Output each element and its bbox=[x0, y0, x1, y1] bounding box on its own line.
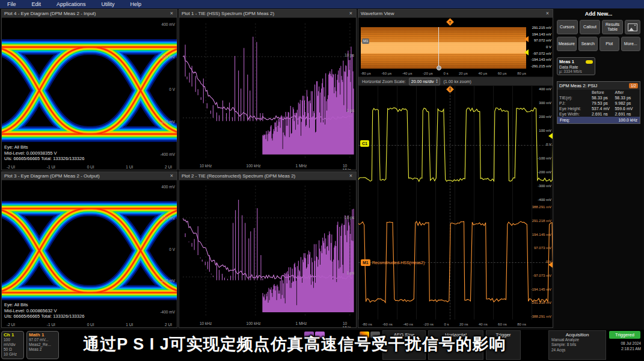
channel1-level-marker-icon[interactable] bbox=[548, 133, 553, 139]
x-tick-label: 0 s bbox=[444, 322, 449, 326]
x-tick-label: 1 UI bbox=[126, 165, 133, 170]
subtitle-caption: 通过P S I J可实现定频点仿真高速信号受干扰信号的影响 bbox=[60, 333, 529, 355]
y-tick-label: 10 ps bbox=[345, 215, 354, 220]
x-tick-label: -2 UI bbox=[7, 323, 15, 327]
add-new-title: Add New... bbox=[554, 9, 643, 20]
x-tick-label: 0 s bbox=[443, 72, 448, 75]
x-tick-label: 100 kHz bbox=[247, 164, 261, 168]
plot-button[interactable]: Plot bbox=[600, 37, 619, 51]
close-icon[interactable]: × bbox=[545, 11, 550, 16]
waveform-view-title: Waveform View bbox=[361, 11, 394, 16]
spectrum1-x-axis: 10 kHz100 kHz1 MHz10 MHz bbox=[179, 164, 356, 169]
math1-level-marker-icon[interactable] bbox=[548, 262, 553, 268]
waveform-view-header[interactable]: Waveform View × bbox=[358, 10, 553, 18]
math1-source-chip[interactable]: M1 bbox=[361, 259, 370, 266]
zoomed-x-axis: -80 ns-60 ns-40 ns-20 ns0 s20 ns40 ns60 … bbox=[362, 322, 526, 326]
close-icon[interactable]: × bbox=[348, 173, 354, 179]
screen-capture-button[interactable] bbox=[625, 20, 640, 34]
y-tick-label: 0 V bbox=[527, 45, 551, 49]
menu-utility[interactable]: Utility bbox=[102, 1, 115, 7]
plot3-title: Plot 3 - Eye Diagram (DPM Meas 2 - Outpu… bbox=[4, 173, 100, 179]
x-tick-label: -1 UI bbox=[47, 165, 55, 170]
meas1-value: µ: 3334 Mb/s bbox=[559, 69, 593, 73]
close-icon[interactable]: × bbox=[169, 11, 174, 16]
close-icon[interactable]: × bbox=[348, 11, 354, 16]
y-tick-label: 1 ps bbox=[347, 271, 354, 275]
meas1-name: Meas 1 bbox=[559, 59, 574, 64]
plot3-header[interactable]: Plot 3 - Eye Diagram (DPM Meas 2 - Outpu… bbox=[2, 172, 177, 180]
dpm-title: DPM Meas 2: PSIJ bbox=[559, 83, 597, 88]
search-button[interactable]: Search bbox=[578, 37, 598, 51]
zoom-position-slider[interactable] bbox=[438, 27, 439, 69]
eye-input-stats: Eye: All Bits Mid-Level: 0.000938355 V U… bbox=[4, 144, 84, 162]
overview-source-chip[interactable]: M1 bbox=[362, 39, 369, 44]
overview-orange-marker-icon[interactable] bbox=[524, 36, 529, 42]
meas1-badge[interactable]: Meas 1 Data Rate µ: 3334 Mb/s bbox=[557, 57, 595, 75]
dpm-freq-row[interactable]: Freq: 100.0 kHz bbox=[557, 117, 640, 123]
setting-line: 97.07 mV... bbox=[29, 338, 57, 342]
channel1-name: Ch 1 bbox=[4, 332, 22, 338]
overview-y-axis: 291.215 mV194.143 mV97.072 mV0 V-97.072 … bbox=[527, 26, 551, 68]
plot2-title: Plot 2 - TIE (Reconstructed) Spectrum (D… bbox=[182, 173, 295, 179]
setting-line: Manual Analyze bbox=[549, 338, 606, 342]
x-tick-label: 2 UI bbox=[165, 323, 172, 327]
x-tick-label: 40 ns bbox=[479, 322, 488, 326]
channel1-zone bbox=[358, 86, 553, 203]
overview-yellow-marker-icon[interactable] bbox=[524, 49, 529, 55]
x-tick-label: 60 ns bbox=[498, 322, 507, 326]
x-tick-label: 40 µs bbox=[478, 72, 487, 75]
x-tick-label: 1 MHz bbox=[295, 164, 307, 168]
x-tick-label: -40 µs bbox=[402, 72, 412, 75]
y-tick-label: 291.215 mV bbox=[527, 26, 551, 29]
trigger-flag-icon[interactable]: T bbox=[446, 18, 454, 26]
close-icon[interactable]: × bbox=[169, 173, 174, 179]
measure-button[interactable]: Measure bbox=[557, 37, 577, 51]
setting-line: 10 GHz bbox=[4, 352, 22, 357]
col-before: Before bbox=[592, 90, 615, 94]
x-tick-label: 10 kHz bbox=[200, 164, 212, 168]
plot1-title: Plot 1 - TIE (HSS) Spectrum (DPM Meas 2) bbox=[182, 11, 274, 16]
menu-applications[interactable]: Applications bbox=[57, 1, 86, 7]
cursors-button[interactable]: Cursors bbox=[557, 20, 578, 34]
acquisition-panel[interactable]: Acquisition Manual AnalyzeSample: 8 bits… bbox=[548, 330, 606, 360]
y-tick-label: -291.215 mV bbox=[527, 64, 551, 68]
channel1-source-chip[interactable]: C1 bbox=[360, 140, 369, 147]
overview-zoom-region[interactable] bbox=[361, 27, 526, 69]
more-button[interactable]: More... bbox=[621, 37, 641, 51]
plot1-header[interactable]: Plot 1 - TIE (HSS) Spectrum (DPM Meas 2)… bbox=[179, 10, 356, 18]
eye-output-x-axis: -2 UI-1 UI0 UI1 UI2 UI bbox=[7, 323, 172, 327]
x-tick-label: 10 kHz bbox=[200, 321, 212, 326]
datetime: 08 Jul 2024 2:18:21 AM bbox=[606, 341, 641, 352]
col-after: After bbox=[615, 90, 638, 94]
eye-diagram-output bbox=[2, 180, 177, 321]
menu-help[interactable]: Help bbox=[130, 1, 142, 7]
plot4-header[interactable]: Plot 4 - Eye Diagram (DPM Meas 2 - Input… bbox=[2, 10, 177, 18]
math1-badge[interactable]: Math 1 97.07 mV...Meas2_Re...Meas 2 bbox=[26, 331, 59, 359]
setting-line: 100 mV/div bbox=[4, 338, 22, 347]
menu-file[interactable]: File bbox=[7, 1, 16, 7]
setting-line: Sample: 8 bits bbox=[549, 342, 606, 347]
y-tick-label: 97.072 mV bbox=[527, 39, 551, 42]
x-tick-label: 100 kHz bbox=[247, 321, 261, 326]
x-tick-label: -40 ns bbox=[403, 322, 413, 326]
x-tick-label: 0 UI bbox=[87, 323, 94, 327]
dpm-meas2-results[interactable]: DPM Meas 2: PSIJ 1/2 Before After TIE(σ)… bbox=[557, 81, 640, 124]
results-table-button[interactable]: Results Table bbox=[602, 20, 623, 34]
dpm-page-badge: 1/2 bbox=[629, 83, 638, 88]
menu-edit[interactable]: Edit bbox=[32, 1, 41, 7]
zoom-scale-value[interactable]: 20.00 ns/div ▲ ▼ bbox=[409, 78, 441, 85]
x-tick-label: -20 µs bbox=[423, 72, 433, 75]
spinner-down-icon: ▼ bbox=[436, 81, 438, 84]
plot2-header[interactable]: Plot 2 - TIE (Reconstructed) Spectrum (D… bbox=[179, 172, 356, 180]
zoom-slider-knob[interactable] bbox=[437, 66, 441, 70]
zoom-spinner[interactable]: ▲ ▼ bbox=[436, 79, 438, 84]
acquisition-settings: Manual AnalyzeSample: 8 bits24 Acqs bbox=[549, 338, 606, 353]
x-tick-label: -60 ns bbox=[382, 322, 393, 326]
tie-hss-spectrum bbox=[179, 18, 356, 163]
setting-line: 24 Acqs bbox=[549, 348, 606, 353]
x-tick-label: -80 µs bbox=[361, 72, 371, 75]
callout-button[interactable]: Callout bbox=[580, 20, 601, 34]
channel1-badge[interactable]: Ch 1 100 mV/div50 Ω10 GHz bbox=[1, 331, 24, 359]
date-label: 08 Jul 2024 bbox=[606, 341, 641, 347]
plot4-title: Plot 4 - Eye Diagram (DPM Meas 2 - Input… bbox=[4, 11, 96, 16]
